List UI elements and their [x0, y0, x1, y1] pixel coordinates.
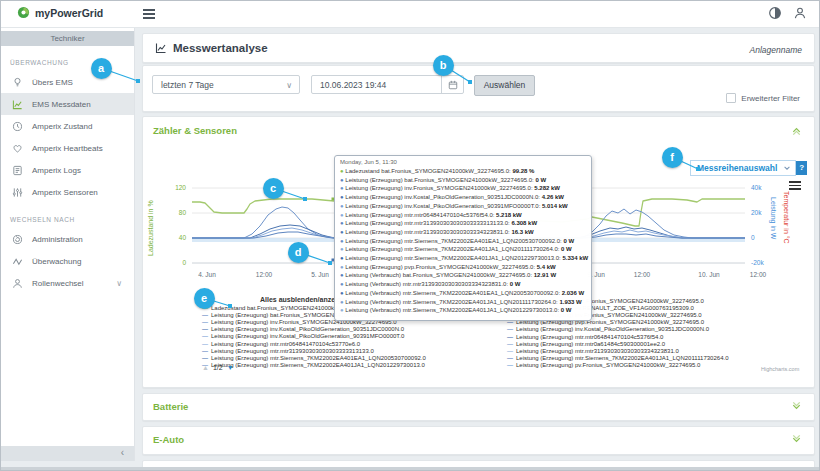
time-range-select[interactable]: letzten 7 Tage ∨	[152, 75, 300, 94]
left-axis-tick: 80	[151, 209, 186, 216]
right-axis-tick: 0	[751, 234, 777, 241]
legend-item[interactable]: —Leistung (Erzeugung) mtr.Siemens_7KM220…	[202, 362, 425, 368]
legend-item[interactable]: —Leistung (Erzeugung) inv.Kostal_PikoOld…	[202, 333, 404, 339]
tooltip-row: ● Leistung (Erzeugung) pvp.Fronius_SYMOG…	[340, 263, 586, 272]
collapse-up-icon[interactable]	[791, 125, 802, 136]
datetime-input[interactable]: 10.06.2023 19:44	[311, 75, 464, 94]
series-bullet-icon: ●	[340, 212, 345, 218]
app-root: myPowerGrid Techniker ÜBERWACHUNGÜbers E…	[0, 0, 820, 471]
right-axis-tick: 20k	[751, 209, 777, 216]
page-title: Messwertanalyse	[155, 42, 268, 54]
legend-dash-icon: —	[507, 355, 513, 361]
tooltip-row: ● Leistung (Erzeugung) mtr.Siemens_7KM22…	[340, 237, 586, 246]
ecar-panel-title: E-Auto	[153, 434, 184, 445]
series-bullet-icon: ●	[340, 220, 345, 226]
logo[interactable]: myPowerGrid	[17, 6, 103, 19]
sidebar-item-amperix-sensoren[interactable]: Amperix Sensoren	[1, 181, 134, 203]
tooltip-row: ● Leistung (Erzeugung) mtr.mtr3139303030…	[340, 228, 586, 237]
sidebar-item-rollenwechsel[interactable]: Rollenwechsel∨	[1, 272, 134, 294]
series-bullet-icon: ●	[340, 264, 345, 270]
series-bullet-icon: ●	[340, 185, 345, 191]
chart-title-icon	[155, 42, 167, 54]
sidebar-section-label: WECHSELN NACH	[10, 216, 134, 223]
series-bullet-icon: ●	[340, 307, 345, 313]
legend-page-down-icon[interactable]: ▼	[227, 364, 234, 371]
menu-icon[interactable]	[143, 9, 155, 21]
chart-context-menu-icon[interactable]	[789, 181, 801, 192]
tooltip-row: ● Leistung (Erzeugung) mtr.Siemens_7KM22…	[340, 254, 586, 263]
select-button[interactable]: Auswählen	[474, 75, 535, 96]
sidebar-collapse[interactable]: ‹	[1, 446, 134, 461]
sidebar-item-label: Überwachung	[32, 257, 81, 266]
chevron-down-icon	[783, 164, 791, 172]
sidebar-item--bers-ems[interactable]: Übers EMS	[1, 71, 134, 93]
annotation-d: d	[288, 242, 309, 263]
sidebar-item-amperix-logs[interactable]: Amperix Logs	[1, 159, 134, 181]
sidebar-item--berwachung[interactable]: Überwachung	[1, 250, 134, 272]
tooltip-row: ● Leistung (Erzeugung) mtr.mtr3139303030…	[340, 219, 586, 228]
legend-dash-icon: —	[202, 319, 208, 325]
legend-item[interactable]: —Leistung (Erzeugung) mtr.mtr06484147010…	[202, 341, 360, 347]
logs-icon	[12, 165, 23, 176]
calendar-icon	[448, 80, 458, 90]
tooltip-row: ● Leistung (Erzeugung) mtr.Siemens_7KM22…	[340, 245, 586, 254]
sidebar-item-amperix-zustand[interactable]: Amperix Zustand	[1, 115, 134, 137]
sidebar-item-label: Amperix Zustand	[32, 122, 92, 131]
series-bullet-icon: ●	[340, 238, 345, 244]
legend-dash-icon: —	[202, 348, 208, 354]
legend-item[interactable]: —Leistung (Erzeugung) mtr.mtr31393030303…	[202, 348, 374, 354]
left-axis-tick: 0	[151, 259, 186, 266]
legend-page-up-icon[interactable]: ▲	[202, 364, 209, 371]
help-icon[interactable]: ?	[796, 161, 807, 175]
legend-dash-icon: —	[507, 362, 513, 368]
sidebar-item-label: Rollenwechsel	[32, 279, 84, 288]
legend-item[interactable]: —Leistung (Erzeugung) mtr.Siemens_7KM220…	[507, 355, 728, 361]
ecar-panel[interactable]: E-Auto	[142, 426, 815, 455]
legend-item[interactable]: —Leistung (Erzeugung) mtr.mtr31393030303…	[507, 348, 679, 354]
sidebar-item-ems-messdaten[interactable]: EMS Messdaten	[1, 93, 134, 115]
heart-icon	[12, 143, 23, 154]
sidebar-item-amperix-heartbeats[interactable]: Amperix Heartbeats	[1, 137, 134, 159]
highcharts-watermark: Highcharts.com	[761, 366, 799, 372]
legend-item[interactable]: —Leistung (Erzeugung) mtr.Siemens_7KM220…	[202, 355, 426, 361]
legend-item[interactable]: —Leistung (Erzeugung) inv.Kostal_PikoOld…	[202, 326, 404, 332]
legend-item[interactable]: —Leistung (Erzeugung) pv.Fronius_SYMOGEN…	[507, 362, 700, 368]
series-bullet-icon: ●	[340, 299, 345, 305]
advanced-filter-checkbox[interactable]	[726, 93, 736, 103]
legend-dash-icon: —	[507, 341, 513, 347]
logo-icon	[17, 6, 30, 19]
legend-item[interactable]: —Leistung (Erzeugung) mtr.mtr0a61484c590…	[507, 341, 665, 347]
sidebar-item-label: EMS Messdaten	[32, 100, 91, 109]
collapse-down-icon[interactable]	[791, 401, 802, 412]
chevron-down-icon: ∨	[286, 76, 292, 95]
right-axis-tick: -20k	[751, 259, 777, 266]
tooltip-row: ● Leistung (Erzeugung) inv.Kostal_PikoOl…	[340, 202, 586, 211]
calendar-button[interactable]	[441, 76, 463, 93]
battery-panel[interactable]: Batterie	[142, 393, 815, 421]
x-axis-tick: 10. Jun	[692, 271, 726, 278]
user-icon	[12, 278, 23, 289]
sensors-panel: Zähler & Sensoren Messreihenauswahl ? La…	[142, 116, 815, 388]
legend-dash-icon: —	[202, 326, 208, 332]
collapse-down-icon[interactable]	[791, 434, 802, 445]
annotation-f: f	[662, 147, 683, 168]
series-select-button[interactable]: Messreihenauswahl ?	[690, 161, 807, 175]
logo-text: myPowerGrid	[35, 7, 103, 19]
sidebar-item-label: Übers EMS	[32, 78, 73, 87]
chart-icon	[12, 99, 23, 110]
chevron-down-icon: ∨	[116, 279, 122, 288]
tooltip-row: ● Leistung (Verbrauch) bat.Fronius_SYMOG…	[340, 271, 586, 280]
legend-dash-icon: —	[202, 355, 208, 361]
tooltip-row: ● Leistung (Verbrauch) mtr.mtr3139303030…	[340, 280, 586, 289]
series-bullet-icon: ●	[340, 177, 345, 183]
series-bullet-icon: ●	[340, 272, 345, 278]
sidebar-item-administration[interactable]: Administration	[1, 228, 134, 250]
bulb-icon	[12, 77, 23, 88]
legend-item[interactable]: —Leistung (Erzeugung) inv.Kostal_PikoOld…	[507, 326, 709, 332]
chart-tooltip: Monday, Jun 5, 11:30 ● Ladezustand bat.F…	[334, 155, 592, 321]
user-icon[interactable]	[793, 6, 807, 20]
tooltip-row: ● Leistung (Erzeugung) bat.Fronius_SYMOG…	[340, 176, 586, 185]
contrast-icon[interactable]	[768, 6, 782, 20]
legend-item[interactable]: —Leistung (Erzeugung) mtr.mtr06484147010…	[507, 334, 663, 340]
series-bullet-icon: ●	[340, 203, 345, 209]
